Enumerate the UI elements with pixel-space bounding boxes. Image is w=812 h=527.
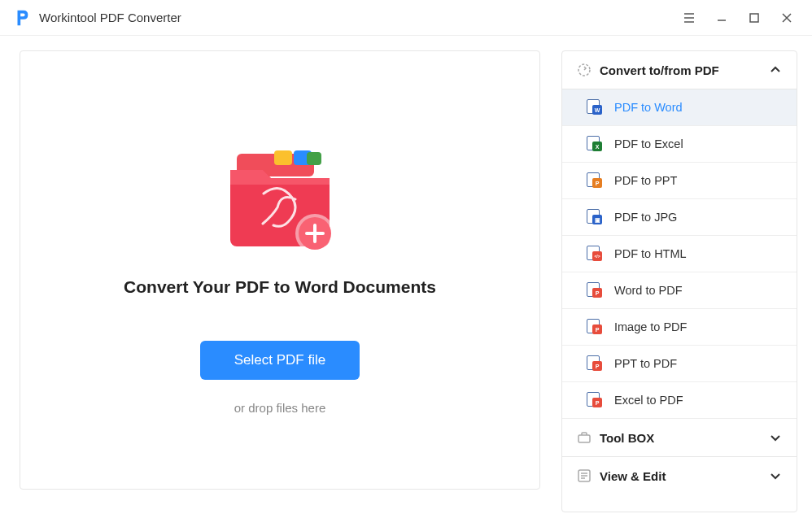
- sidebar-item-pdf-to-word[interactable]: W PDF to Word: [562, 89, 797, 126]
- sidebar-item-ppt-to-pdf[interactable]: P PPT to PDF: [562, 346, 797, 382]
- sidebar-item-label: PDF to Word: [614, 101, 683, 114]
- drop-hint: or drop files here: [234, 401, 326, 415]
- svg-rect-0: [750, 14, 758, 22]
- sidebar-item-pdf-to-ppt[interactable]: P PDF to PPT: [562, 163, 797, 199]
- app-logo-icon: [13, 9, 31, 27]
- toolbox-icon: [577, 430, 592, 445]
- maximize-button[interactable]: [739, 6, 770, 30]
- titlebar: Workintool PDF Converter: [0, 0, 812, 36]
- main-heading: Convert Your PDF to Word Documents: [124, 277, 436, 297]
- sidebar-item-word-to-pdf[interactable]: P Word to PDF: [562, 272, 797, 309]
- sidebar-item-label: PDF to JPG: [614, 211, 677, 224]
- svg-rect-8: [578, 435, 590, 442]
- pdf-to-jpg-icon: ▣: [587, 209, 603, 225]
- pdf-folder-icon: [219, 149, 341, 255]
- sidebar-item-pdf-to-excel[interactable]: X PDF to Excel: [562, 126, 797, 163]
- section-header-view-edit[interactable]: View & Edit: [562, 457, 797, 494]
- chevron-up-icon: [769, 63, 782, 76]
- pdf-to-html-icon: </>: [587, 246, 603, 262]
- edit-icon: [577, 468, 592, 483]
- sidebar-item-pdf-to-html[interactable]: </> PDF to HTML: [562, 236, 797, 272]
- sidebar-item-image-to-pdf[interactable]: P Image to PDF: [562, 309, 797, 346]
- svg-rect-2: [274, 150, 292, 165]
- convert-icon: [577, 63, 592, 77]
- pdf-to-word-icon: W: [587, 99, 603, 115]
- sidebar-item-label: PDF to HTML: [614, 247, 687, 260]
- sidebar-item-excel-to-pdf[interactable]: P Excel to PDF: [562, 382, 797, 419]
- sidebar-item-label: Image to PDF: [614, 320, 687, 333]
- section-title: Tool BOX: [600, 431, 769, 445]
- sidebar-item-label: PDF to PPT: [614, 174, 677, 187]
- svg-rect-4: [307, 152, 321, 165]
- section-title: View & Edit: [600, 469, 769, 483]
- section-title: Convert to/from PDF: [600, 63, 769, 77]
- word-to-pdf-icon: P: [587, 282, 603, 298]
- sidebar-item-label: Word to PDF: [614, 284, 683, 297]
- sidebar-item-label: PDF to Excel: [614, 137, 683, 150]
- sidebar-item-label: PPT to PDF: [614, 357, 677, 370]
- close-button[interactable]: [771, 6, 802, 30]
- menu-button[interactable]: [674, 6, 705, 30]
- ppt-to-pdf-icon: P: [587, 355, 603, 372]
- section-header-toolbox[interactable]: Tool BOX: [562, 419, 797, 457]
- excel-to-pdf-icon: P: [587, 392, 603, 408]
- minimize-button[interactable]: [706, 6, 737, 30]
- convert-list: W PDF to Word X PDF to Excel P PDF to PP…: [562, 89, 797, 419]
- select-file-button[interactable]: Select PDF file: [200, 341, 360, 380]
- chevron-down-icon: [769, 469, 782, 482]
- pdf-to-ppt-icon: P: [587, 172, 603, 189]
- image-to-pdf-icon: P: [587, 319, 603, 335]
- section-header-convert[interactable]: Convert to/from PDF: [562, 51, 797, 89]
- app-title: Workintool PDF Converter: [39, 11, 181, 24]
- sidebar: Convert to/from PDF W PDF to Word X PDF …: [561, 50, 797, 512]
- dropzone[interactable]: Convert Your PDF to Word Documents Selec…: [20, 50, 540, 490]
- window-controls: [674, 6, 802, 30]
- sidebar-item-label: Excel to PDF: [614, 394, 683, 407]
- pdf-to-excel-icon: X: [587, 136, 603, 152]
- sidebar-item-pdf-to-jpg[interactable]: ▣ PDF to JPG: [562, 199, 797, 236]
- chevron-down-icon: [769, 431, 782, 444]
